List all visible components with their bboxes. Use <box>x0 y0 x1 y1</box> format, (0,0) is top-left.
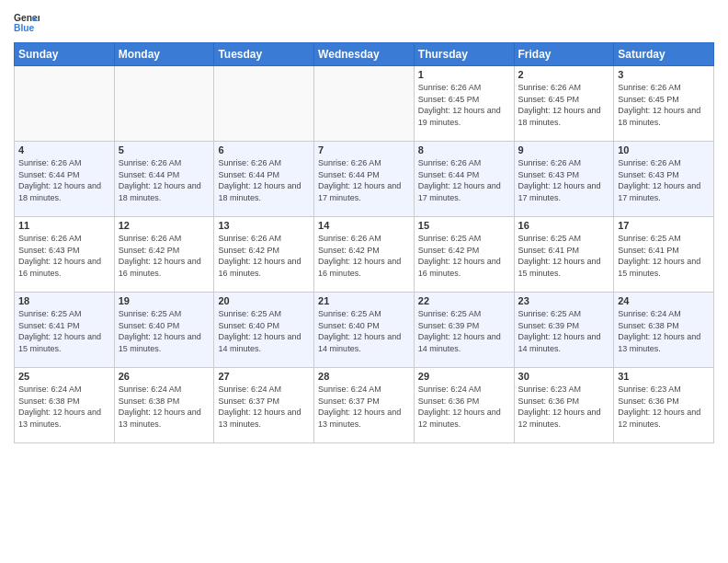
cell-info: Sunrise: 6:26 AMSunset: 6:45 PMDaylight:… <box>418 82 510 128</box>
cell-date: 5 <box>119 144 210 155</box>
cell-date: 9 <box>518 144 610 155</box>
cell-info: Sunrise: 6:25 AMSunset: 6:41 PMDaylight:… <box>518 233 610 279</box>
header: General Blue <box>14 9 714 35</box>
calendar-cell: 15Sunrise: 6:25 AMSunset: 6:42 PMDayligh… <box>414 217 514 293</box>
calendar-cell: 24Sunrise: 6:24 AMSunset: 6:38 PMDayligh… <box>614 293 714 368</box>
calendar-cell: 25Sunrise: 6:24 AMSunset: 6:38 PMDayligh… <box>15 368 115 443</box>
cell-date: 10 <box>618 144 710 155</box>
cell-date: 15 <box>418 220 510 231</box>
cell-date: 23 <box>518 295 610 306</box>
cell-date: 13 <box>218 220 310 231</box>
calendar-cell: 10Sunrise: 6:26 AMSunset: 6:43 PMDayligh… <box>614 142 714 217</box>
calendar-cell: 31Sunrise: 6:23 AMSunset: 6:36 PMDayligh… <box>614 368 714 443</box>
cell-date: 21 <box>318 295 410 306</box>
calendar-week-row: 4Sunrise: 6:26 AMSunset: 6:44 PMDaylight… <box>15 142 714 217</box>
day-header-monday: Monday <box>114 43 214 66</box>
cell-info: Sunrise: 6:26 AMSunset: 6:44 PMDaylight:… <box>318 157 410 203</box>
calendar-cell: 9Sunrise: 6:26 AMSunset: 6:43 PMDaylight… <box>514 142 614 217</box>
cell-info: Sunrise: 6:24 AMSunset: 6:38 PMDaylight:… <box>119 384 210 430</box>
calendar-header-row: SundayMondayTuesdayWednesdayThursdayFrid… <box>15 43 714 66</box>
calendar-cell: 20Sunrise: 6:25 AMSunset: 6:40 PMDayligh… <box>214 293 314 368</box>
day-header-friday: Friday <box>514 43 614 66</box>
cell-info: Sunrise: 6:24 AMSunset: 6:36 PMDaylight:… <box>418 384 510 430</box>
cell-info: Sunrise: 6:24 AMSunset: 6:37 PMDaylight:… <box>218 384 310 430</box>
calendar-cell: 21Sunrise: 6:25 AMSunset: 6:40 PMDayligh… <box>314 293 415 368</box>
cell-info: Sunrise: 6:25 AMSunset: 6:41 PMDaylight:… <box>18 308 110 354</box>
day-header-sunday: Sunday <box>15 43 115 66</box>
calendar-week-row: 18Sunrise: 6:25 AMSunset: 6:41 PMDayligh… <box>15 293 714 368</box>
cell-info: Sunrise: 6:26 AMSunset: 6:43 PMDaylight:… <box>518 157 610 203</box>
cell-date: 7 <box>318 144 410 155</box>
calendar-cell: 27Sunrise: 6:24 AMSunset: 6:37 PMDayligh… <box>214 368 314 443</box>
calendar-cell: 28Sunrise: 6:24 AMSunset: 6:37 PMDayligh… <box>314 368 415 443</box>
cell-date: 8 <box>418 144 510 155</box>
cell-date: 3 <box>618 69 710 80</box>
calendar-cell: 12Sunrise: 6:26 AMSunset: 6:42 PMDayligh… <box>114 217 214 293</box>
cell-date: 17 <box>618 220 710 231</box>
cell-info: Sunrise: 6:24 AMSunset: 6:37 PMDaylight:… <box>318 384 410 430</box>
page: General Blue SundayMondayTuesdayWednesda… <box>0 0 728 563</box>
calendar-cell: 6Sunrise: 6:26 AMSunset: 6:44 PMDaylight… <box>214 142 314 217</box>
cell-date: 25 <box>18 371 110 382</box>
calendar-cell: 13Sunrise: 6:26 AMSunset: 6:42 PMDayligh… <box>214 217 314 293</box>
cell-date: 6 <box>218 144 310 155</box>
cell-date: 20 <box>218 295 310 306</box>
cell-date: 28 <box>318 371 410 382</box>
calendar-cell: 11Sunrise: 6:26 AMSunset: 6:43 PMDayligh… <box>15 217 115 293</box>
calendar-cell: 3Sunrise: 6:26 AMSunset: 6:45 PMDaylight… <box>614 66 714 142</box>
cell-date: 16 <box>518 220 610 231</box>
cell-date: 30 <box>518 371 610 382</box>
calendar-cell <box>214 66 314 142</box>
cell-date: 1 <box>418 69 510 80</box>
calendar-cell: 16Sunrise: 6:25 AMSunset: 6:41 PMDayligh… <box>514 217 614 293</box>
calendar-cell <box>114 66 214 142</box>
calendar-body: 1Sunrise: 6:26 AMSunset: 6:45 PMDaylight… <box>15 66 714 443</box>
calendar-cell: 30Sunrise: 6:23 AMSunset: 6:36 PMDayligh… <box>514 368 614 443</box>
cell-date: 11 <box>18 220 110 231</box>
cell-date: 19 <box>119 295 210 306</box>
svg-text:Blue: Blue <box>14 23 35 33</box>
cell-date: 12 <box>119 220 210 231</box>
calendar-table: SundayMondayTuesdayWednesdayThursdayFrid… <box>14 42 714 443</box>
cell-info: Sunrise: 6:26 AMSunset: 6:43 PMDaylight:… <box>18 233 110 279</box>
cell-info: Sunrise: 6:25 AMSunset: 6:41 PMDaylight:… <box>618 233 710 279</box>
calendar-week-row: 25Sunrise: 6:24 AMSunset: 6:38 PMDayligh… <box>15 368 714 443</box>
svg-text:General: General <box>14 13 40 23</box>
calendar-cell <box>15 66 115 142</box>
calendar-cell: 4Sunrise: 6:26 AMSunset: 6:44 PMDaylight… <box>15 142 115 217</box>
cell-date: 4 <box>18 144 110 155</box>
cell-date: 22 <box>418 295 510 306</box>
cell-date: 2 <box>518 69 610 80</box>
calendar-cell: 23Sunrise: 6:25 AMSunset: 6:39 PMDayligh… <box>514 293 614 368</box>
day-header-wednesday: Wednesday <box>314 43 415 66</box>
cell-info: Sunrise: 6:25 AMSunset: 6:40 PMDaylight:… <box>119 308 210 354</box>
cell-date: 26 <box>119 371 210 382</box>
cell-info: Sunrise: 6:26 AMSunset: 6:42 PMDaylight:… <box>119 233 210 279</box>
cell-info: Sunrise: 6:26 AMSunset: 6:42 PMDaylight:… <box>218 233 310 279</box>
cell-info: Sunrise: 6:24 AMSunset: 6:38 PMDaylight:… <box>618 308 710 354</box>
cell-date: 27 <box>218 371 310 382</box>
logo-icon: General Blue <box>14 9 40 35</box>
cell-info: Sunrise: 6:26 AMSunset: 6:44 PMDaylight:… <box>18 157 110 203</box>
cell-info: Sunrise: 6:26 AMSunset: 6:45 PMDaylight:… <box>618 82 710 128</box>
calendar-cell: 5Sunrise: 6:26 AMSunset: 6:44 PMDaylight… <box>114 142 214 217</box>
calendar-week-row: 11Sunrise: 6:26 AMSunset: 6:43 PMDayligh… <box>15 217 714 293</box>
cell-date: 18 <box>18 295 110 306</box>
cell-info: Sunrise: 6:26 AMSunset: 6:44 PMDaylight:… <box>218 157 310 203</box>
cell-info: Sunrise: 6:26 AMSunset: 6:44 PMDaylight:… <box>119 157 210 203</box>
day-header-tuesday: Tuesday <box>214 43 314 66</box>
cell-info: Sunrise: 6:26 AMSunset: 6:45 PMDaylight:… <box>518 82 610 128</box>
calendar-cell: 19Sunrise: 6:25 AMSunset: 6:40 PMDayligh… <box>114 293 214 368</box>
cell-info: Sunrise: 6:24 AMSunset: 6:38 PMDaylight:… <box>18 384 110 430</box>
cell-date: 14 <box>318 220 410 231</box>
calendar-cell: 7Sunrise: 6:26 AMSunset: 6:44 PMDaylight… <box>314 142 415 217</box>
calendar-cell <box>314 66 415 142</box>
calendar-cell: 14Sunrise: 6:26 AMSunset: 6:42 PMDayligh… <box>314 217 415 293</box>
cell-info: Sunrise: 6:26 AMSunset: 6:44 PMDaylight:… <box>418 157 510 203</box>
calendar-cell: 1Sunrise: 6:26 AMSunset: 6:45 PMDaylight… <box>414 66 514 142</box>
cell-date: 31 <box>618 371 710 382</box>
cell-date: 29 <box>418 371 510 382</box>
calendar-cell: 22Sunrise: 6:25 AMSunset: 6:39 PMDayligh… <box>414 293 514 368</box>
calendar-week-row: 1Sunrise: 6:26 AMSunset: 6:45 PMDaylight… <box>15 66 714 142</box>
cell-date: 24 <box>618 295 710 306</box>
